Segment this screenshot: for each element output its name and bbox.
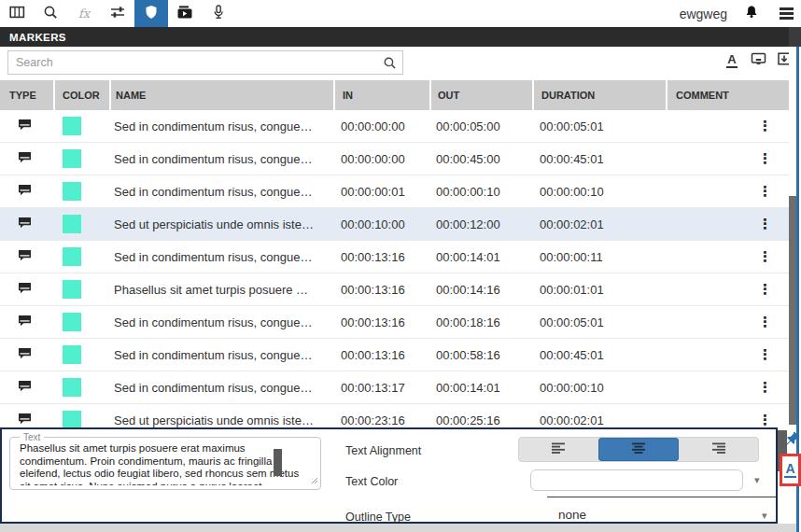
marker-color-swatch[interactable] [63,378,81,397]
text-color-input[interactable] [530,469,743,491]
marker-color-swatch[interactable] [63,215,81,233]
marker-color-cell [53,404,109,427]
search-box [7,50,403,75]
marker-in: 00:00:00:00 [333,110,429,142]
subtitle-marker-icon [18,282,32,297]
marker-in: 00:00:13:17 [333,371,429,403]
column-header-color[interactable]: COLOR [53,80,109,110]
row-menu-button[interactable]: ⋮ [754,339,776,371]
marker-in: 00:00:10:00 [333,208,429,240]
marker-text-input[interactable]: Phasellus sit amet turpis posuere erat m… [20,442,300,485]
align-right-icon [710,441,727,458]
marker-in: 00:00:00:01 [333,175,429,207]
marker-rows: Sed in condimentum risus, congue… 00:00:… [0,110,789,427]
markers-app: fx ew [0,0,801,532]
table-row[interactable]: Sed in condimentum risus, congue… 00:00:… [0,175,789,208]
table-row[interactable]: Sed ut perspiciatis unde omnis iste… 00:… [0,404,789,427]
column-header-duration[interactable]: DURATION [532,80,666,110]
marker-color-swatch[interactable] [63,345,81,364]
subtitle-marker-icon [18,249,32,264]
search-icon[interactable] [383,56,397,74]
row-menu-button[interactable]: ⋮ [754,110,776,142]
text-style-button[interactable]: A [784,463,795,478]
table-row[interactable]: Sed ut perspiciatis unde omnis iste… 00:… [0,208,789,241]
table-row[interactable]: Sed in condimentum risus, congue… 00:00:… [0,110,789,143]
marker-duration: 00:00:00:10 [532,371,666,403]
row-menu-button[interactable]: ⋮ [754,371,776,403]
subtitle-marker-icon [18,347,32,362]
marker-duration: 00:00:05:01 [532,110,666,142]
marker-color-cell [53,175,109,207]
search-input[interactable] [16,51,371,74]
table-row[interactable]: Sed in condimentum risus, congue… 00:00:… [0,339,789,371]
marker-out: 00:00:14:01 [429,241,532,273]
marker-in: 00:00:00:00 [333,143,429,175]
marker-type-cell [0,143,53,175]
outline-type-select[interactable]: none [558,508,586,522]
subtitle-marker-icon [18,184,32,199]
microphone-tab-button[interactable] [202,0,235,27]
filters-tab-button[interactable] [101,0,134,27]
row-menu-button[interactable]: ⋮ [754,143,776,175]
marker-color-swatch[interactable] [63,280,81,299]
pushpin-icon [785,431,800,446]
recorder-tab-button[interactable] [168,0,202,27]
video-export-icon [176,5,193,23]
marker-color-swatch[interactable] [63,182,81,201]
marker-type-cell [0,208,53,240]
table-row[interactable]: Sed in condimentum risus, congue… 00:00:… [0,371,789,404]
row-menu-button[interactable]: ⋮ [754,208,776,240]
column-header-type[interactable]: TYPE [0,80,53,110]
effects-tab-button[interactable]: fx [67,0,101,27]
outline-type-caret-icon[interactable]: ▾ [762,510,767,522]
table-row[interactable]: Sed in condimentum risus, congue… 00:00:… [0,306,789,339]
marker-name: Sed ut perspiciatis unde omnis iste… [109,208,333,240]
marker-type-cell [0,404,53,427]
align-left-button[interactable] [519,438,598,461]
table-row[interactable]: Sed in condimentum risus, congue… 00:00:… [0,143,789,175]
marker-in: 00:00:13:16 [333,306,429,338]
marker-name: Sed in condimentum risus, congue… [109,143,333,175]
align-right-button[interactable] [679,438,758,461]
column-header-out[interactable]: OUT [429,80,532,110]
marker-color-swatch[interactable] [63,313,81,331]
notifications-button[interactable] [740,0,763,27]
marker-color-cell [53,110,109,142]
text-color-caret-icon[interactable]: ▾ [754,474,760,486]
resize-handle-icon[interactable] [311,471,318,488]
marker-out: 00:00:00:10 [429,175,532,207]
markers-tab-button[interactable] [134,0,168,27]
marker-duration: 00:00:00:11 [532,241,666,273]
marker-color-cell [53,241,109,273]
column-header-comment[interactable]: COMMENT [666,80,789,110]
marker-name: Sed in condimentum risus, congue… [109,306,333,338]
subtitle-marker-icon [18,413,32,427]
table-row[interactable]: Phasellus sit amet turpis posuere … 00:0… [0,273,789,306]
marker-out: 00:00:25:16 [429,404,532,427]
row-menu-button[interactable]: ⋮ [754,241,776,273]
row-menu-button[interactable]: ⋮ [754,306,776,338]
column-header-name[interactable]: NAME [109,80,333,110]
text-format-button[interactable]: A [723,50,741,71]
marker-name: Sed ut perspiciatis unde omnis iste… [109,404,333,427]
scrollbar-thumb[interactable] [789,196,796,425]
row-menu-button[interactable]: ⋮ [754,273,776,305]
row-menu-button[interactable]: ⋮ [754,404,776,427]
subtitle-marker-icon [18,119,32,133]
textarea-scrollbar-thumb[interactable] [274,449,282,476]
align-center-button[interactable] [598,438,680,461]
marker-color-swatch[interactable] [63,247,81,266]
row-menu-button[interactable]: ⋮ [754,175,776,207]
table-row[interactable]: Sed in condimentum risus, congue… 00:00:… [0,241,789,273]
marker-color-swatch[interactable] [63,117,81,135]
search-tab-button[interactable] [34,0,67,27]
shield-marker-icon [144,5,159,23]
comment-display-button[interactable] [749,50,767,71]
panel-layout-button[interactable] [0,0,34,27]
menu-button[interactable] [776,4,797,23]
marker-color-swatch[interactable] [63,149,81,168]
bottom-strip [0,524,796,532]
marker-color-swatch[interactable] [63,411,81,427]
column-header-in[interactable]: IN [333,80,429,110]
pin-panel-button[interactable] [785,431,800,450]
